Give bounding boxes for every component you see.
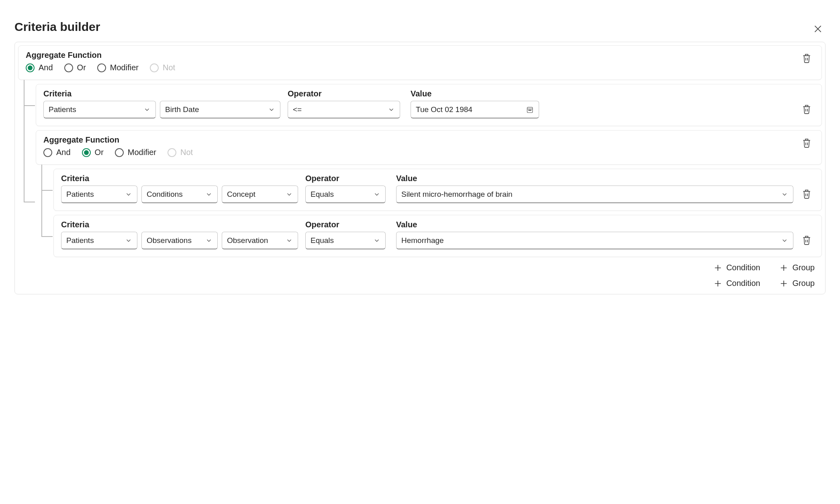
operator-select[interactable]: Equals — [305, 232, 386, 249]
delete-criteria-button[interactable] — [799, 102, 814, 117]
operator-label: Operator — [288, 89, 400, 98]
chevron-down-icon — [268, 106, 275, 113]
radio-modifier[interactable]: Modifier — [115, 148, 156, 157]
operator-label: Operator — [305, 174, 386, 183]
chevron-down-icon — [781, 191, 788, 198]
tree-row: Criteria Patients Observations — [41, 215, 822, 257]
criteria-select-entity[interactable]: Patients — [61, 232, 137, 249]
tree-row: Aggregate Function And Or Modifier Not — [24, 130, 822, 273]
criteria-card: Criteria Patients Observations — [53, 215, 822, 257]
criteria-select-relation[interactable]: Conditions — [141, 186, 218, 203]
delete-group-button[interactable] — [799, 51, 814, 66]
operator-label: Operator — [305, 220, 386, 229]
tree-row: Criteria Patients Birth Date — [24, 84, 822, 126]
root-children: Criteria Patients Birth Date — [24, 84, 822, 273]
criteria-builder-frame: Aggregate Function And Or Modifier Not C… — [14, 42, 826, 294]
nested-children: Criteria Patients Conditions — [41, 169, 822, 257]
nested-group-actions: Condition Group — [36, 257, 822, 273]
close-icon — [813, 24, 823, 34]
criteria-select-field[interactable]: Concept — [222, 186, 298, 203]
chevron-down-icon — [205, 237, 213, 244]
add-condition-button[interactable]: Condition — [711, 278, 763, 288]
delete-criteria-button[interactable] — [799, 186, 814, 202]
value-select[interactable]: Silent micro-hemorrhage of brain — [396, 186, 793, 203]
add-group-button[interactable]: Group — [777, 263, 817, 273]
add-condition-button[interactable]: Condition — [711, 263, 763, 273]
trash-icon — [801, 53, 812, 63]
radio-not: Not — [150, 63, 175, 72]
svg-point-3 — [531, 110, 531, 110]
criteria-select-entity[interactable]: Patients — [43, 101, 156, 118]
criteria-label: Criteria — [61, 220, 298, 229]
aggregate-options: And Or Modifier Not — [43, 148, 193, 157]
page-title: Criteria builder — [14, 20, 100, 34]
radio-or[interactable]: Or — [82, 148, 104, 157]
chevron-down-icon — [388, 106, 395, 113]
operator-select[interactable]: Equals — [305, 186, 386, 203]
close-button[interactable] — [810, 21, 826, 37]
criteria-card: Criteria Patients Conditions — [53, 169, 822, 211]
radio-modifier[interactable]: Modifier — [97, 63, 139, 72]
add-group-button[interactable]: Group — [777, 278, 817, 288]
chevron-down-icon — [125, 237, 132, 244]
criteria-select-entity[interactable]: Patients — [61, 186, 137, 203]
plus-icon — [713, 279, 722, 288]
criteria-select-field[interactable]: Observation — [222, 232, 298, 249]
criteria-select-field[interactable]: Birth Date — [160, 101, 280, 118]
radio-not: Not — [168, 148, 193, 157]
chevron-down-icon — [781, 237, 788, 244]
chevron-down-icon — [286, 237, 293, 244]
operator-select[interactable]: <= — [288, 101, 400, 118]
aggregate-group-nested: Aggregate Function And Or Modifier Not — [36, 130, 822, 165]
tree-row: Criteria Patients Conditions — [41, 169, 822, 211]
delete-criteria-button[interactable] — [799, 233, 814, 248]
aggregate-function-label: Aggregate Function — [43, 135, 193, 145]
chevron-down-icon — [143, 106, 151, 113]
aggregate-group-root: Aggregate Function And Or Modifier Not — [18, 45, 822, 80]
criteria-card: Criteria Patients Birth Date — [36, 84, 822, 126]
plus-icon — [713, 263, 722, 272]
trash-icon — [801, 104, 812, 114]
plus-icon — [779, 263, 788, 272]
trash-icon — [801, 138, 812, 148]
root-group-actions: Condition Group — [18, 273, 822, 288]
chevron-down-icon — [286, 191, 293, 198]
svg-point-1 — [529, 110, 529, 110]
plus-icon — [779, 279, 788, 288]
value-date-input[interactable]: Tue Oct 02 1984 — [411, 101, 539, 118]
aggregate-function-label: Aggregate Function — [26, 51, 175, 60]
criteria-label: Criteria — [43, 89, 280, 98]
value-label: Value — [396, 220, 793, 229]
chevron-down-icon — [125, 191, 132, 198]
calendar-icon — [526, 106, 534, 114]
trash-icon — [801, 189, 812, 199]
criteria-label: Criteria — [61, 174, 298, 183]
trash-icon — [801, 235, 812, 245]
chevron-down-icon — [373, 237, 380, 244]
value-label: Value — [411, 89, 793, 98]
chevron-down-icon — [205, 191, 213, 198]
criteria-select-relation[interactable]: Observations — [141, 232, 218, 249]
delete-group-button[interactable] — [799, 135, 814, 151]
radio-or[interactable]: Or — [64, 63, 86, 72]
chevron-down-icon — [373, 191, 380, 198]
value-label: Value — [396, 174, 793, 183]
value-select[interactable]: Hemorrhage — [396, 232, 793, 249]
radio-and[interactable]: And — [26, 63, 53, 72]
svg-point-2 — [529, 110, 530, 110]
radio-and[interactable]: And — [43, 148, 71, 157]
aggregate-options: And Or Modifier Not — [26, 63, 175, 72]
